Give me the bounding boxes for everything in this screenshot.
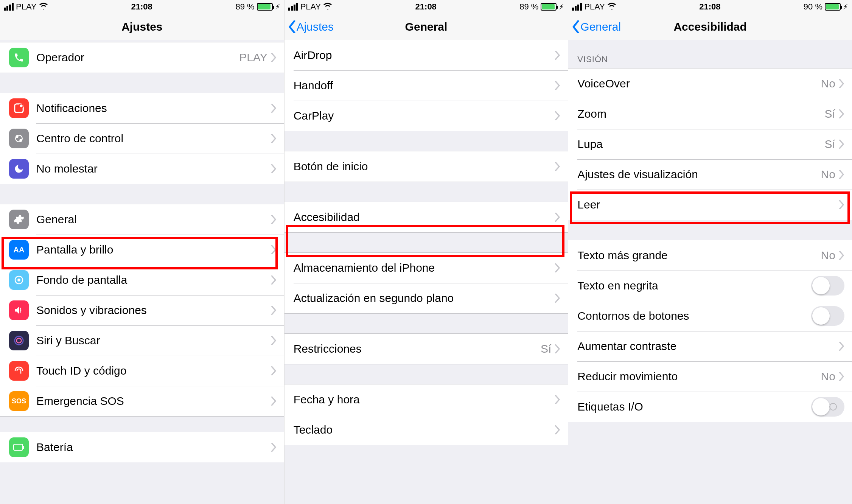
row-accesibilidad[interactable]: Accesibilidad bbox=[285, 202, 568, 232]
back-button[interactable]: General bbox=[572, 20, 621, 33]
status-time: 21:08 bbox=[699, 2, 720, 12]
back-label: Ajustes bbox=[297, 20, 334, 33]
gear-icon bbox=[9, 210, 29, 229]
row-notificaciones[interactable]: Notificaciones bbox=[0, 93, 284, 123]
row-almacenamiento[interactable]: Almacenamiento del iPhone bbox=[285, 253, 568, 283]
row-general[interactable]: General bbox=[0, 204, 284, 235]
back-button[interactable]: Ajustes bbox=[288, 20, 334, 33]
toggle-etiquetas-io[interactable] bbox=[811, 397, 844, 417]
row-teclado[interactable]: Teclado bbox=[285, 415, 568, 445]
row-carplay[interactable]: CarPlay bbox=[285, 101, 568, 131]
svg-point-1 bbox=[19, 104, 23, 108]
row-contornos[interactable]: Contornos de botones bbox=[568, 301, 852, 331]
row-reducir-movimiento[interactable]: Reducir movimiento No bbox=[568, 361, 852, 392]
sos-icon: SOS bbox=[9, 391, 29, 411]
row-label: Teclado bbox=[294, 423, 555, 436]
page-title: General bbox=[405, 20, 448, 33]
row-label: Touch ID y código bbox=[36, 364, 271, 377]
charging-icon: ⚡︎ bbox=[843, 2, 848, 11]
row-boton-inicio[interactable]: Botón de inicio bbox=[285, 151, 568, 182]
chevron-right-icon bbox=[839, 372, 844, 381]
row-lupa[interactable]: Lupa Sí bbox=[568, 129, 852, 159]
row-zoom[interactable]: Zoom Sí bbox=[568, 99, 852, 129]
chevron-right-icon bbox=[271, 443, 277, 452]
toggle-texto-negrita[interactable] bbox=[811, 276, 844, 296]
row-label: Texto más grande bbox=[577, 249, 821, 262]
row-airdrop[interactable]: AirDrop bbox=[285, 40, 568, 70]
svg-rect-9 bbox=[14, 444, 23, 450]
row-label: Emergencia SOS bbox=[36, 395, 271, 408]
chevron-right-icon bbox=[555, 425, 560, 434]
row-siri[interactable]: Siri y Buscar bbox=[0, 325, 284, 356]
row-fecha-hora[interactable]: Fecha y hora bbox=[285, 384, 568, 415]
signal-icon bbox=[4, 3, 14, 11]
svg-rect-4 bbox=[16, 135, 22, 142]
chevron-right-icon bbox=[555, 213, 560, 222]
chevron-right-icon bbox=[271, 245, 277, 254]
row-sonidos[interactable]: Sonidos y vibraciones bbox=[0, 295, 284, 325]
row-value: Sí bbox=[825, 138, 835, 151]
chevron-right-icon bbox=[839, 200, 844, 209]
general-list[interactable]: AirDrop Handoff CarPlay Botón de inicio … bbox=[285, 40, 568, 504]
row-emergencia-sos[interactable]: SOS Emergencia SOS bbox=[0, 386, 284, 416]
row-actualizacion[interactable]: Actualización en segundo plano bbox=[285, 283, 568, 313]
row-leer[interactable]: Leer bbox=[568, 190, 852, 220]
wifi-icon bbox=[323, 2, 332, 12]
battery-icon bbox=[257, 3, 273, 11]
row-label: Leer bbox=[577, 198, 839, 211]
row-pantalla-brillo[interactable]: AA Pantalla y brillo bbox=[0, 235, 284, 265]
row-fondo-pantalla[interactable]: Fondo de pantalla bbox=[0, 265, 284, 295]
chevron-right-icon bbox=[555, 263, 560, 272]
row-value: Sí bbox=[825, 107, 835, 120]
row-restricciones[interactable]: Restricciones Sí bbox=[285, 334, 568, 364]
accessibility-list[interactable]: VISIÓN VoiceOver No Zoom Sí Lupa Sí Ajus… bbox=[568, 40, 852, 504]
chevron-right-icon bbox=[271, 336, 277, 345]
row-touchid[interactable]: Touch ID y código bbox=[0, 356, 284, 386]
row-ajustes-visualizacion[interactable]: Ajustes de visualización No bbox=[568, 159, 852, 190]
row-value: No bbox=[821, 77, 835, 90]
chevron-right-icon bbox=[555, 395, 560, 404]
chevron-right-icon bbox=[555, 81, 560, 90]
chevron-right-icon bbox=[271, 397, 277, 406]
section-vision: VISIÓN bbox=[568, 40, 852, 68]
row-label: Fecha y hora bbox=[294, 393, 555, 406]
siri-icon bbox=[9, 331, 29, 350]
row-texto-grande[interactable]: Texto más grande No bbox=[568, 240, 852, 271]
row-texto-negrita[interactable]: Texto en negrita bbox=[568, 271, 852, 301]
status-bar: PLAY 21:08 89 % ⚡︎ bbox=[285, 0, 568, 14]
row-centro-control[interactable]: Centro de control bbox=[0, 123, 284, 154]
row-label: Contornos de botones bbox=[577, 310, 811, 322]
row-operador[interactable]: Operador PLAY bbox=[0, 42, 284, 73]
row-contraste[interactable]: Aumentar contraste bbox=[568, 331, 852, 361]
row-label: No molestar bbox=[36, 162, 271, 175]
row-etiquetas-io[interactable]: Etiquetas I/O bbox=[568, 392, 852, 422]
moon-icon bbox=[9, 159, 29, 179]
svg-point-6 bbox=[17, 278, 20, 282]
screen-settings: PLAY 21:08 89 % ⚡︎ Ajustes Operador PLAY bbox=[0, 0, 284, 504]
row-label: Lupa bbox=[577, 138, 824, 151]
row-label: Botón de inicio bbox=[294, 160, 555, 173]
row-no-molestar[interactable]: No molestar bbox=[0, 154, 284, 184]
carrier-label: PLAY bbox=[584, 2, 605, 12]
chevron-right-icon bbox=[555, 51, 560, 60]
back-label: General bbox=[580, 20, 621, 33]
row-label: Handoff bbox=[294, 79, 555, 92]
toggle-contornos[interactable] bbox=[811, 306, 844, 326]
row-label: General bbox=[36, 213, 271, 226]
row-label: Pantalla y brillo bbox=[36, 243, 271, 256]
chevron-right-icon bbox=[271, 53, 277, 62]
row-handoff[interactable]: Handoff bbox=[285, 70, 568, 101]
settings-list[interactable]: Operador PLAY Notificaciones Centro de c… bbox=[0, 40, 284, 504]
battery-icon bbox=[825, 3, 841, 11]
row-label: Texto en negrita bbox=[577, 279, 811, 292]
row-bateria[interactable]: Batería bbox=[0, 432, 284, 462]
chevron-right-icon bbox=[271, 215, 277, 224]
status-bar: PLAY 21:08 89 % ⚡︎ bbox=[0, 0, 284, 14]
row-value: No bbox=[821, 370, 835, 383]
chevron-right-icon bbox=[839, 79, 844, 88]
row-label: Fondo de pantalla bbox=[36, 274, 271, 286]
row-label: Etiquetas I/O bbox=[577, 400, 811, 413]
page-title: Ajustes bbox=[121, 20, 162, 33]
chevron-right-icon bbox=[271, 104, 277, 113]
row-voiceover[interactable]: VoiceOver No bbox=[568, 68, 852, 99]
